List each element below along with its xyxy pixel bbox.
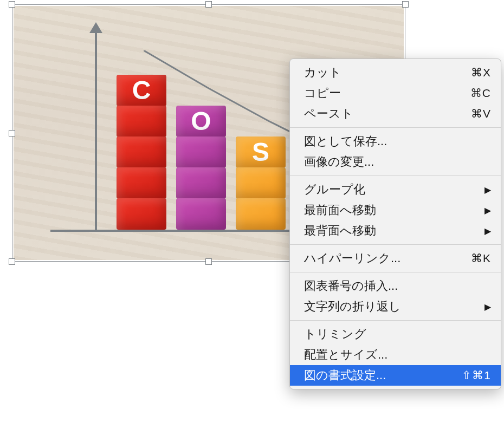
menu-crop[interactable]: トリミング: [290, 324, 501, 344]
submenu-arrow-icon: ▶: [484, 205, 491, 216]
menu-change-picture[interactable]: 画像の変更...: [290, 152, 501, 172]
menu-item-label: 最背面へ移動: [304, 223, 376, 239]
menu-separator: [290, 272, 501, 272]
menu-item-label: トリミング: [304, 326, 366, 342]
menu-item-shortcut: ⇧⌘1: [462, 369, 491, 382]
menu-cut[interactable]: カット ⌘X: [290, 62, 501, 83]
menu-send-to-back[interactable]: 最背面へ移動 ▶: [290, 220, 501, 241]
menu-text-wrap[interactable]: 文字列の折り返し ▶: [290, 296, 501, 317]
menu-item-label: 画像の変更...: [304, 154, 374, 170]
menu-paste[interactable]: ペースト ⌘V: [290, 103, 501, 124]
menu-hyperlink[interactable]: ハイパーリンク... ⌘K: [290, 248, 501, 269]
menu-item-label: 文字列の折り返し: [304, 298, 401, 315]
resize-handle-bottom-middle[interactable]: [205, 258, 212, 265]
context-menu: カット ⌘X コピー ⌘C ペースト ⌘V 図として保存... 画像の変更...…: [289, 58, 501, 389]
submenu-arrow-icon: ▶: [484, 226, 491, 236]
menu-item-label: 図表番号の挿入...: [304, 278, 398, 294]
menu-item-shortcut: ⌘K: [471, 252, 491, 265]
menu-separator: [290, 244, 501, 245]
menu-insert-caption[interactable]: 図表番号の挿入...: [290, 276, 501, 296]
menu-item-label: ペースト: [304, 106, 353, 122]
submenu-arrow-icon: ▶: [484, 185, 491, 195]
menu-item-label: 最前面へ移動: [304, 202, 376, 218]
resize-handle-top-middle[interactable]: [205, 1, 212, 8]
menu-copy[interactable]: コピー ⌘C: [290, 83, 501, 103]
menu-item-label: 図の書式設定...: [304, 367, 386, 384]
resize-handle-bottom-left[interactable]: [9, 258, 15, 265]
resize-handle-middle-left[interactable]: [9, 130, 15, 136]
resize-handle-top-right[interactable]: [402, 1, 409, 8]
menu-bring-to-front[interactable]: 最前面へ移動 ▶: [290, 200, 501, 220]
menu-separator: [290, 320, 501, 321]
menu-item-shortcut: ⌘C: [470, 87, 491, 100]
menu-separator: [290, 176, 501, 176]
menu-item-shortcut: ⌘V: [471, 107, 491, 120]
resize-handle-top-left[interactable]: [9, 1, 15, 8]
menu-size-position[interactable]: 配置とサイズ...: [290, 344, 501, 365]
menu-save-as-picture[interactable]: 図として保存...: [290, 131, 501, 152]
menu-group[interactable]: グループ化 ▶: [290, 179, 501, 200]
menu-item-label: ハイパーリンク...: [304, 250, 400, 266]
menu-item-label: 配置とサイズ...: [304, 347, 387, 363]
menu-format-picture[interactable]: 図の書式設定... ⇧⌘1: [290, 365, 501, 386]
menu-item-label: 図として保存...: [304, 133, 387, 150]
menu-separator: [290, 127, 501, 128]
submenu-arrow-icon: ▶: [484, 302, 491, 312]
menu-item-label: グループ化: [304, 181, 365, 198]
menu-item-label: カット: [304, 64, 341, 81]
menu-item-label: コピー: [304, 85, 341, 101]
menu-item-shortcut: ⌘X: [471, 66, 491, 79]
